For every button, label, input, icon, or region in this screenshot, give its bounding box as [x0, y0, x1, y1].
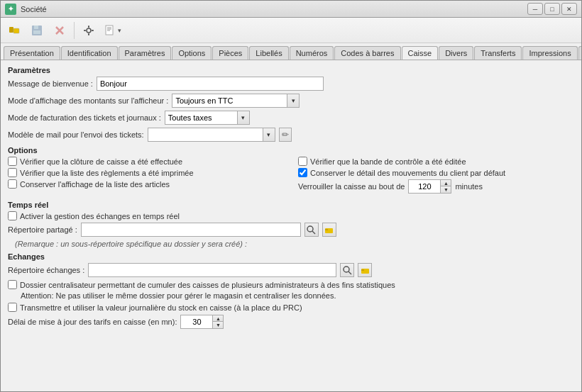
option-bande-row: Vérifier que la bande de contrôle a été … — [298, 157, 574, 166]
tab-caisse[interactable]: Caisse — [402, 46, 439, 60]
repertoire-echanges-browse-button[interactable] — [358, 263, 372, 277]
delai-spinbox-buttons: ▲ ▼ — [212, 315, 224, 329]
repertoire-partage-input[interactable] — [81, 223, 301, 237]
delai-input[interactable] — [180, 315, 212, 329]
options-columns: Vérifier que la clôture de caisse a été … — [8, 157, 574, 196]
verrouiller-down-button[interactable]: ▼ — [441, 186, 451, 193]
option-affichage-row: Conserver l'affichage de la liste des ar… — [8, 179, 284, 189]
mode-facturation-value[interactable] — [165, 111, 237, 125]
option-cloture-label: Vérifier que la clôture de caisse a été … — [20, 157, 182, 166]
temps-reel-checkbox[interactable] — [8, 211, 17, 220]
svg-point-16 — [307, 226, 313, 232]
temps-reel-section: Temps réel Activer la gestion des échang… — [8, 201, 574, 248]
tab-libelles[interactable]: Libellés — [249, 46, 288, 60]
modele-mail-dropdown-button[interactable]: ▾ — [263, 128, 275, 142]
modele-mail-input[interactable] — [148, 128, 263, 142]
modele-mail-edit-button[interactable]: ✏ — [279, 128, 292, 142]
option-bande-checkbox[interactable] — [298, 157, 307, 166]
toolbar-open-button[interactable] — [4, 21, 25, 40]
delai-down-button[interactable]: ▼ — [213, 322, 223, 328]
mode-facturation-combo: ▾ — [165, 111, 250, 125]
option-cloture-checkbox[interactable] — [8, 157, 17, 166]
option-reglements-checkbox[interactable] — [8, 168, 17, 177]
verrouiller-unit: minutes — [455, 182, 483, 191]
option-reglements-label: Vérifier que la liste des règlements a é… — [20, 169, 194, 177]
verrouiller-up-button[interactable]: ▲ — [441, 180, 451, 186]
parametres-section: Paramètres Message de bienvenue : Mode d… — [8, 66, 574, 142]
main-window: ✦ Société ─ □ ✕ — [0, 0, 582, 392]
option-detail-row: Conserver le détail des mouvements du cl… — [298, 168, 574, 177]
folder-icon-2 — [361, 266, 370, 275]
svg-rect-10 — [84, 30, 86, 31]
tab-divers[interactable]: Divers — [439, 46, 473, 60]
options-section: Options Vérifier que la clôture de caiss… — [8, 146, 574, 196]
tab-pieces[interactable]: Pièces — [212, 46, 248, 60]
delai-spinbox: ▲ ▼ — [180, 315, 224, 329]
mode-facturation-dropdown-button[interactable]: ▾ — [237, 111, 250, 125]
svg-rect-1 — [13, 28, 19, 33]
stock-journalier-checkbox[interactable] — [8, 303, 17, 312]
toolbar-save-button[interactable] — [26, 21, 48, 40]
toolbar-doc-button[interactable]: ▾ — [101, 21, 124, 40]
centralisateur-row: Dossier centralisateur permettant de cum… — [8, 280, 574, 289]
echanges-section: Echanges Répertoire échanges : — [8, 252, 574, 329]
toolbar-config-button[interactable] — [78, 21, 99, 40]
repertoire-echanges-search-button[interactable] — [340, 263, 354, 277]
repertoire-echanges-input[interactable] — [88, 263, 336, 277]
mode-affichage-dropdown-button[interactable]: ▾ — [287, 94, 300, 108]
tab-rgpd[interactable]: RGPD — [578, 46, 581, 60]
svg-rect-9 — [88, 33, 89, 35]
pencil-icon: ✏ — [282, 130, 289, 140]
tab-identification[interactable]: Identification — [61, 46, 118, 60]
option-affichage-checkbox[interactable] — [8, 179, 17, 189]
close-button[interactable]: ✕ — [561, 3, 577, 15]
tab-codes-barres[interactable]: Codes à barres — [334, 46, 400, 60]
svg-point-20 — [344, 267, 349, 272]
svg-rect-23 — [361, 269, 364, 271]
tab-numeros[interactable]: Numéros — [290, 46, 334, 60]
tab-transferts[interactable]: Transferts — [474, 46, 522, 60]
verrouiller-input[interactable] — [408, 179, 440, 194]
option-reglements-row: Vérifier que la liste des règlements a é… — [8, 168, 284, 177]
delai-label: Délai de mise à jour des tarifs en caiss… — [8, 318, 177, 326]
delai-row: Délai de mise à jour des tarifs en caiss… — [8, 315, 574, 329]
tab-parametres[interactable]: Paramètres — [119, 46, 172, 60]
mode-affichage-row: Mode d'affichage des montants sur l'affi… — [8, 94, 574, 108]
centralisateur-label: Dossier centralisateur permettant de cum… — [20, 281, 395, 289]
search-icon-2 — [343, 266, 352, 275]
option-affichage-label: Conserver l'affichage de la liste des ar… — [20, 180, 170, 189]
modele-mail-combo: ▾ — [148, 128, 275, 142]
tab-options[interactable]: Options — [172, 46, 212, 60]
centralisateur-checkbox[interactable] — [8, 280, 17, 289]
tab-impressions[interactable]: Impressions — [522, 46, 577, 60]
verrouiller-row: Verrouiller la caisse au bout de ▲ ▼ min… — [298, 179, 574, 194]
toolbar-separator-1 — [74, 22, 75, 39]
repertoire-partage-browse-button[interactable] — [322, 223, 336, 237]
repertoire-partage-row: Répertoire partagé : — [8, 223, 574, 237]
title-bar-buttons: ─ □ ✕ — [527, 3, 577, 15]
modele-mail-label: Modèle de mail pour l'envoi des tickets: — [8, 130, 144, 139]
echanges-title: Echanges — [8, 252, 574, 261]
repertoire-partage-search-button[interactable] — [304, 223, 319, 237]
tabs-bar: Présentation Identification Paramètres O… — [1, 43, 581, 60]
message-bienvenue-input[interactable] — [97, 77, 324, 91]
maximize-button[interactable]: □ — [544, 3, 560, 15]
svg-rect-3 — [34, 26, 38, 29]
minimize-button[interactable]: ─ — [527, 3, 543, 15]
tab-presentation[interactable]: Présentation — [4, 46, 60, 60]
repertoire-partage-label: Répertoire partagé : — [8, 225, 77, 234]
options-title: Options — [8, 146, 574, 155]
svg-rect-11 — [92, 30, 94, 31]
mode-facturation-row: Mode de facturation des tickets et journ… — [8, 111, 574, 125]
attention-text: Attention: Ne pas utiliser le même dossi… — [21, 291, 574, 300]
options-left-column: Vérifier que la clôture de caisse a été … — [8, 157, 284, 196]
mode-affichage-value[interactable] — [172, 94, 287, 108]
search-icon — [307, 225, 316, 235]
message-bienvenue-label: Message de bienvenue : — [8, 79, 93, 88]
folder-icon — [324, 225, 334, 235]
toolbar-cancel-button[interactable] — [49, 21, 70, 40]
message-bienvenue-row: Message de bienvenue : — [8, 77, 574, 91]
option-detail-checkbox[interactable] — [298, 168, 307, 177]
mode-affichage-label: Mode d'affichage des montants sur l'affi… — [8, 96, 168, 105]
delai-up-button[interactable]: ▲ — [213, 315, 223, 322]
